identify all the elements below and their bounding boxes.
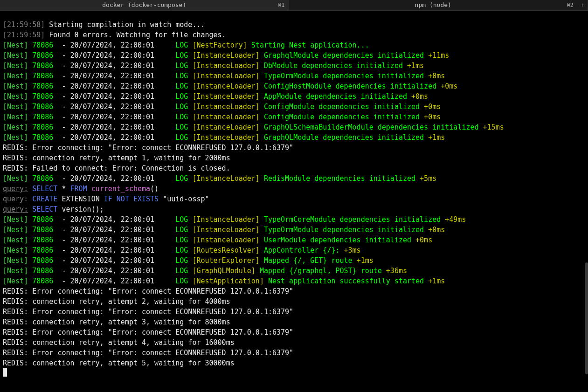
terminal-line: [21:59:59] Found 0 errors. Watching for … (3, 30, 585, 40)
scrollbar-thumb[interactable] (585, 262, 588, 374)
terminal-line: [Nest] 78086 - 20/07/2024, 22:00:01 LOG … (3, 61, 585, 71)
terminal-line: query: SELECT version(); (3, 204, 585, 214)
terminal-line: [Nest] 78086 - 20/07/2024, 22:00:01 LOG … (3, 276, 585, 286)
terminal-line: [Nest] 78086 - 20/07/2024, 22:00:01 LOG … (3, 255, 585, 266)
add-tab-button[interactable]: + (577, 0, 588, 10)
terminal-line: REDIS: Error connecting: "Error: connect… (3, 307, 585, 317)
terminal-line: [Nest] 78086 - 20/07/2024, 22:00:01 LOG … (3, 235, 585, 245)
terminal-line: [Nest] 78086 - 20/07/2024, 22:00:01 LOG … (3, 132, 585, 143)
tab-bar: docker (docker-compose) ⌘1 npm (node) ⌘2… (0, 0, 588, 11)
terminal-line: [Nest] 78086 - 20/07/2024, 22:00:01 LOG … (3, 50, 585, 61)
tab-hotkey-badge: ⌘2 (567, 0, 574, 10)
terminal-line: REDIS: connection retry, attempt 1, wait… (3, 153, 585, 163)
terminal-line: REDIS: connection retry, attempt 5, wait… (3, 358, 585, 368)
terminal-line: query: CREATE EXTENSION IF NOT EXISTS "u… (3, 194, 585, 204)
tab-hotkey-badge: ⌘1 (278, 0, 284, 10)
tab-title: npm (node) (415, 0, 451, 10)
terminal-line: [Nest] 78086 - 20/07/2024, 22:00:01 LOG … (3, 245, 585, 255)
terminal-line: [Nest] 78086 - 20/07/2024, 22:00:01 LOG … (3, 81, 585, 91)
terminal-line: REDIS: connection retry, attempt 3, wait… (3, 317, 585, 327)
terminal-line: [Nest] 78086 - 20/07/2024, 22:00:01 LOG … (3, 40, 585, 50)
terminal-line: REDIS: connection retry, attempt 2, wait… (3, 296, 585, 307)
terminal-line: [Nest] 78086 - 20/07/2024, 22:00:01 LOG … (3, 122, 585, 132)
terminal-line: REDIS: Error connecting: "Error: connect… (3, 327, 585, 337)
terminal-line: [Nest] 78086 - 20/07/2024, 22:00:01 LOG … (3, 112, 585, 122)
terminal-line: [Nest] 78086 - 20/07/2024, 22:00:01 LOG … (3, 266, 585, 276)
terminal-line: REDIS: Error connecting: "Error: connect… (3, 143, 585, 153)
tab-docker[interactable]: docker (docker-compose) ⌘1 (0, 0, 289, 10)
terminal-line: [Nest] 78086 - 20/07/2024, 22:00:01 LOG … (3, 91, 585, 102)
cursor (3, 368, 7, 377)
terminal-line: REDIS: Failed to connect: Error: Connect… (3, 163, 585, 173)
terminal-line: REDIS: Error connecting: "Error: connect… (3, 286, 585, 296)
tab-title: docker (docker-compose) (102, 0, 186, 10)
terminal-line: REDIS: Error connecting: "Error: connect… (3, 348, 585, 358)
terminal-line: [21:59:58] Starting compilation in watch… (3, 20, 585, 30)
terminal-output[interactable]: [21:59:58] Starting compilation in watch… (0, 18, 588, 381)
terminal-line: [Nest] 78086 - 20/07/2024, 22:00:01 LOG … (3, 102, 585, 112)
terminal-line: query: SELECT * FROM current_schema() (3, 184, 585, 194)
terminal-line: [Nest] 78086 - 20/07/2024, 22:00:01 LOG … (3, 173, 585, 184)
terminal-line: [Nest] 78086 - 20/07/2024, 22:00:01 LOG … (3, 225, 585, 235)
terminal-line: REDIS: connection retry, attempt 4, wait… (3, 337, 585, 348)
terminal-line: [Nest] 78086 - 20/07/2024, 22:00:01 LOG … (3, 214, 585, 225)
terminal-line: [Nest] 78086 - 20/07/2024, 22:00:01 LOG … (3, 71, 585, 81)
scrollbar[interactable] (585, 11, 588, 392)
tab-npm[interactable]: npm (node) ⌘2 (289, 0, 578, 10)
terminal-line (3, 368, 585, 378)
